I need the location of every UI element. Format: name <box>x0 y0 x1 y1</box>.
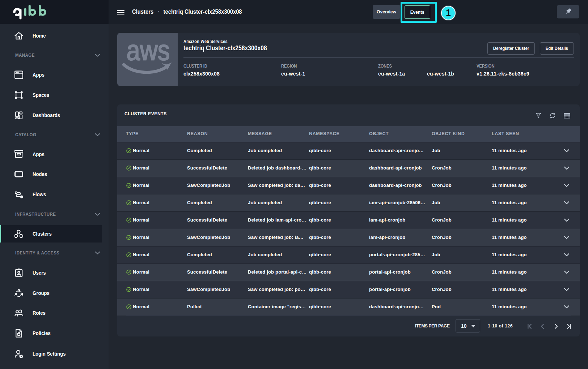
svg-text:aws: aws <box>127 35 170 66</box>
